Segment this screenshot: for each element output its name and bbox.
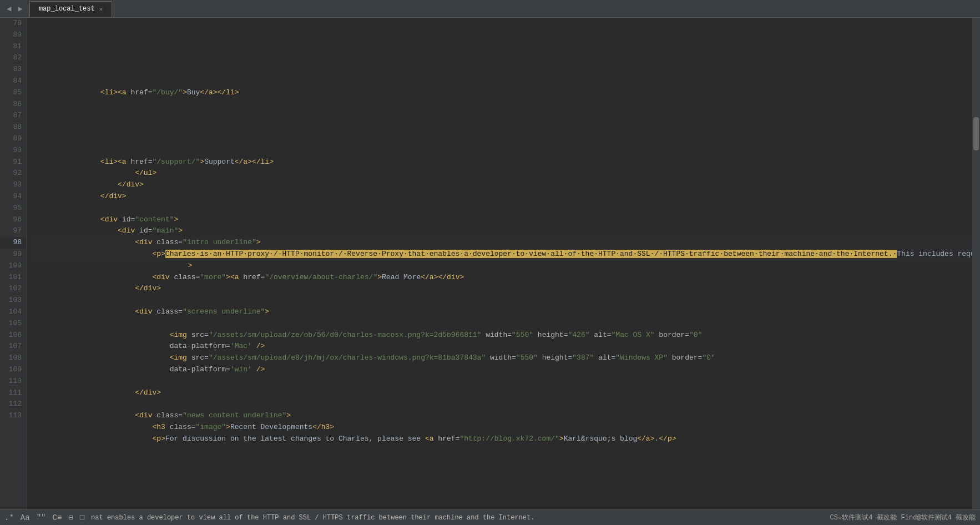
find-bar-text: nat enables a developer to view all of t… xyxy=(91,514,534,522)
code-line-79 xyxy=(31,18,972,29)
line-num-89: 89 xyxy=(0,133,26,145)
line-num-88: 88 xyxy=(0,122,26,133)
line-num-87: 87 xyxy=(0,110,26,122)
nav-arrows[interactable]: ◀ ▶ xyxy=(0,3,29,14)
code-line-104: <img src="/assets/sm/upload/ze/ob/56/d0/… xyxy=(31,318,972,330)
wrap-icon[interactable]: ⊟ xyxy=(68,513,73,522)
line-num-107: 107 xyxy=(0,341,26,352)
scrollbar-track[interactable] xyxy=(972,18,980,509)
line-num-98: 98 xyxy=(0,237,26,249)
nav-right-icon[interactable]: ▶ xyxy=(16,3,24,14)
line-num-81: 81 xyxy=(0,41,26,53)
code-line-86 xyxy=(31,99,972,110)
line-num-84: 84 xyxy=(0,75,26,87)
line-num-108: 108 xyxy=(0,352,26,364)
filter-icon[interactable]: C≡ xyxy=(52,513,62,522)
code-line-94 xyxy=(31,191,972,203)
code-line-88 xyxy=(31,122,972,133)
line-num-103: 103 xyxy=(0,295,26,306)
preview-icon[interactable]: □ xyxy=(80,513,84,522)
code-line-93: </div> xyxy=(31,179,972,191)
line-num-113: 113 xyxy=(0,410,26,422)
line-num-86: 86 xyxy=(0,99,26,110)
code-line-80 xyxy=(31,29,972,41)
code-line-81 xyxy=(31,41,972,53)
line-num-104: 104 xyxy=(0,306,26,318)
line-num-83: 83 xyxy=(0,64,26,75)
code-line-82 xyxy=(31,52,972,64)
line-num-100: 100 xyxy=(0,260,26,272)
code-line-111: <div class="news content underline"> xyxy=(31,398,972,410)
scrollbar-thumb[interactable] xyxy=(973,117,979,150)
line-num-94: 94 xyxy=(0,191,26,203)
code-area[interactable]: <li><a href="/buy/">Buy</a></li> <li><a … xyxy=(27,18,972,509)
find-label: Find@软件测试4 截改能 xyxy=(901,513,976,522)
line-num-80: 80 xyxy=(0,29,26,41)
line-num-95: 95 xyxy=(0,203,26,214)
tab-map-local-test[interactable]: map_local_test ✕ xyxy=(29,1,112,17)
nav-left-icon[interactable]: ◀ xyxy=(4,3,13,14)
line-num-97: 97 xyxy=(0,225,26,237)
line-num-92: 92 xyxy=(0,168,26,179)
line-num-106: 106 xyxy=(0,330,26,341)
code-line-89 xyxy=(31,133,972,145)
line-num-90: 90 xyxy=(0,145,26,157)
code-line-110 xyxy=(31,387,972,399)
status-bar: .* Aa "" C≡ ⊟ □ nat enables a developer … xyxy=(0,509,980,525)
code-line-83 xyxy=(31,64,972,75)
code-line-84: <li><a href="/buy/">Buy</a></li> xyxy=(31,75,972,87)
code-line-102: <div class="screens underline"> xyxy=(31,295,972,306)
title-bar: ◀ ▶ map_local_test ✕ xyxy=(0,0,980,18)
line-num-111: 111 xyxy=(0,387,26,399)
code-line-101 xyxy=(31,283,972,295)
code-content[interactable]: <li><a href="/buy/">Buy</a></li> <li><a … xyxy=(27,18,980,509)
line-num-102: 102 xyxy=(0,283,26,295)
cs-label: CS☆软件测试4 截改能 xyxy=(830,513,897,522)
status-right: CS☆软件测试4 截改能 Find@软件测试4 截改能 xyxy=(830,513,976,522)
line-num-96: 96 xyxy=(0,214,26,226)
code-line-95: <div id="content"> xyxy=(31,203,972,214)
line-num-91: 91 xyxy=(0,157,26,168)
code-line-90: <li><a href="/support/">Support</a></li> xyxy=(31,145,972,157)
tab-close-button[interactable]: ✕ xyxy=(99,6,103,13)
code-line-92: </div> xyxy=(31,168,972,179)
word-icon[interactable]: "" xyxy=(37,513,46,522)
line-num-105: 105 xyxy=(0,318,26,330)
line-num-99: 99 xyxy=(0,249,26,260)
line-num-82: 82 xyxy=(0,52,26,64)
editor-container: 79 80 81 82 83 84 85 86 87 88 89 90 91 9… xyxy=(0,18,980,509)
tab-label: map_local_test xyxy=(39,5,95,13)
line-num-110: 110 xyxy=(0,376,26,387)
line-num-93: 93 xyxy=(0,179,26,191)
code-line-87 xyxy=(31,110,972,122)
line-num-112: 112 xyxy=(0,398,26,410)
line-num-85: 85 xyxy=(0,87,26,99)
line-num-109: 109 xyxy=(0,364,26,376)
line-numbers: 79 80 81 82 83 84 85 86 87 88 89 90 91 9… xyxy=(0,18,27,509)
line-num-79: 79 xyxy=(0,18,26,29)
regex-icon[interactable]: .* xyxy=(4,513,14,522)
case-icon[interactable]: Aa xyxy=(21,513,30,522)
code-line-109: </div> xyxy=(31,376,972,387)
line-num-101: 101 xyxy=(0,272,26,284)
